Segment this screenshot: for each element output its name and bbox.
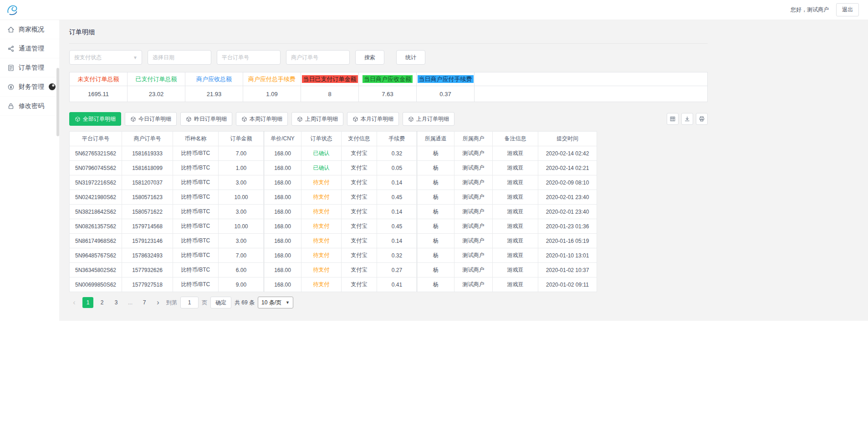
cell: 5N31972216S62 [70,175,122,190]
logo [5,3,20,17]
cell: 9.00 [219,277,264,292]
cell: 游戏豆 [493,190,538,205]
cell: 支付宝 [342,248,377,263]
cell: 168.00 [264,205,301,219]
cell: 168.00 [264,146,301,161]
table-row: 5N38218642S621580571622比特币/BTC3.00168.00… [70,205,597,219]
cell: 168.00 [264,263,301,277]
cell: 2020-02-01 23:40 [538,205,597,219]
cell: 0.45 [377,190,417,205]
sidebar-item-label: 修改密码 [19,102,44,110]
platform-order-input[interactable] [217,50,281,65]
summary-label: 已支付订单总额 [134,75,179,83]
channel-icon [7,45,15,52]
cell: 168.00 [264,190,301,205]
table-row: 5N07960745S621581618099比特币/BTC1.00168.00… [70,161,597,175]
cell: 游戏豆 [493,205,538,219]
cell: 5N02421980S62 [70,190,122,205]
cube-icon [130,116,136,122]
cell: 168.00 [264,161,301,175]
sidebar-item-2[interactable]: 通道管理 [0,39,59,58]
cell: 比特币/BTC [173,161,219,175]
summary-value: 1695.11 [70,86,128,102]
download-button[interactable] [681,113,693,125]
cell: 1581618099 [122,161,173,175]
cell: 2020-01-10 13:01 [538,248,597,263]
stats-button[interactable]: 统计 [396,50,425,65]
sidebar-item-label: 订单管理 [19,64,44,72]
sidebar-scrollbar[interactable] [56,68,59,136]
cell: 2020-02-09 08:10 [538,175,597,190]
page-button-1[interactable]: 1 [82,297,93,308]
cell: 比特币/BTC [173,146,219,161]
column-header: 订单金额 [219,132,264,146]
page-button-2[interactable]: 2 [97,297,107,308]
goto-suffix: 页 [202,299,207,307]
cell: 游戏豆 [493,175,538,190]
summary-value: 0.37 [417,86,475,102]
search-button[interactable]: 搜索 [355,50,384,65]
table-row: 5N96485767S621578632493比特币/BTC7.00168.00… [70,248,597,263]
cell: 2020-01-02 10:37 [538,263,597,277]
summary-label: 商户应付总手续费 [247,75,297,83]
home-icon [7,26,15,33]
order-tab-4[interactable]: 本周订单明细 [236,112,288,126]
columns-button[interactable] [667,113,679,125]
goto-confirm-button[interactable]: 确定 [210,297,231,308]
order-tab-1[interactable]: 全部订单明细 [69,112,121,126]
order-tab-6[interactable]: 本月订单明细 [347,112,399,126]
cell: 0.14 [377,234,417,248]
sidebar-item-label: 通道管理 [19,45,44,53]
summary-filler [475,72,708,86]
order-tab-3[interactable]: 昨日订单明细 [180,112,232,126]
cell: 0.41 [377,277,417,292]
prev-page-button[interactable]: ‹ [69,297,79,308]
sidebar-item-3[interactable]: 订单管理 [0,58,59,77]
cell: 杨 [417,205,454,219]
status-badge: 待支付 [301,175,342,190]
table-row: 5N00699850S621577927518比特币/BTC9.00168.00… [70,277,597,292]
column-header: 备注信息 [493,132,538,146]
page-button-7[interactable]: 7 [139,297,150,308]
logout-button[interactable]: 退出 [836,3,859,16]
order-tab-2[interactable]: 今日订单明细 [125,112,177,126]
cell: 1579123146 [122,234,173,248]
sidebar-item-1[interactable]: 商家概况 [0,20,59,39]
status-badge: 待支付 [301,263,342,277]
cell: 168.00 [264,219,301,234]
cell: 1580571622 [122,205,173,219]
total-count: 共 69 条 [235,299,255,307]
page-button-3[interactable]: 3 [111,297,122,308]
goto-label: 到第 [166,299,177,307]
cell: 比特币/BTC [173,277,219,292]
summary-filler [475,86,708,102]
goto-page-input[interactable] [180,297,199,308]
date-input[interactable] [148,50,211,65]
cell: 1580571623 [122,190,173,205]
cell: 3.00 [219,234,264,248]
status-badge: 待支付 [301,205,342,219]
summary-value: 23.02 [128,86,185,102]
orders-icon [7,64,15,72]
order-tab-7[interactable]: 上月订单明细 [403,112,454,126]
sidebar-item-4[interactable]: 财务管理 [0,77,59,97]
merchant-order-input[interactable] [286,50,350,65]
per-page-select[interactable]: 10 条/页 ▼ [258,297,293,308]
cell: 2020-01-23 01:36 [538,219,597,234]
cube-icon [408,116,414,122]
next-page-button[interactable]: › [153,297,163,308]
print-button[interactable] [696,113,708,125]
summary-header-cell: 当日已支付订单金额 [301,72,359,86]
print-icon [699,116,705,122]
cell: 测试商户 [454,175,493,190]
order-tab-5[interactable]: 上周订单明细 [291,112,343,126]
cell: 0.32 [377,248,417,263]
sidebar-item-5[interactable]: 修改密码 [0,97,59,116]
payment-status-select[interactable]: 按支付状态 ▼ [69,50,142,65]
cell: 1577927518 [122,277,173,292]
table-row: 5N31972216S621581207037比特币/BTC3.00168.00… [70,175,597,190]
cell: 杨 [417,161,454,175]
cell: 2020-02-14 02:21 [538,161,597,175]
chevron-down-icon: ▼ [133,55,138,60]
sidebar-item-label: 财务管理 [19,83,44,91]
